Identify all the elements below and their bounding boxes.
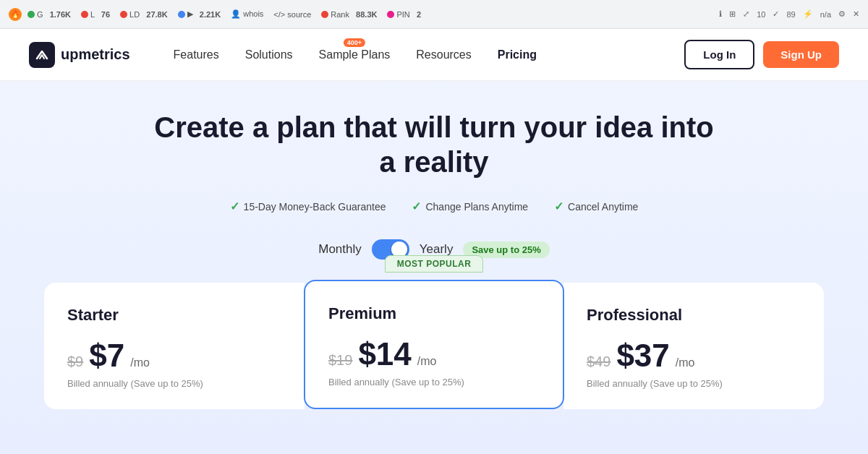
metric-rank: Rank 88.3K <box>321 10 377 19</box>
guarantee-cancel: ✓ Cancel Anytime <box>554 200 638 213</box>
metric-g: G 1.76K <box>27 10 71 19</box>
icon-count1: 10 <box>757 10 765 19</box>
sample-plans-label: Sample Plans <box>319 48 391 61</box>
metric-l: L 76 <box>81 10 110 19</box>
nav-actions: Log In Sign Up <box>684 40 839 69</box>
metric-source: </> source <box>273 10 311 19</box>
pricing-cards: Starter $9 $7 /mo Billed annually (Save … <box>22 283 846 409</box>
metric-ld: LD 27.8K <box>120 10 168 19</box>
guarantee-money-back: ✓ 15-Day Money-Back Guarantee <box>230 200 386 213</box>
check-icon-2: ✓ <box>412 200 421 213</box>
plan-card-premium: MOST POPULAR Premium $19 $14 /mo Billed … <box>304 280 564 409</box>
price-period-premium: /mo <box>417 355 437 368</box>
icon-share[interactable]: ⊞ <box>729 9 736 19</box>
guarantee-text-3: Cancel Anytime <box>568 201 638 213</box>
most-popular-badge: MOST POPULAR <box>305 255 563 273</box>
plan-name-starter: Starter <box>67 306 281 325</box>
price-row-premium: $19 $14 /mo <box>328 336 540 372</box>
nav-links: Features Solutions Sample Plans 400+ Res… <box>174 48 685 61</box>
main-content: Create a plan that will turn your idea i… <box>0 81 868 454</box>
icon-info[interactable]: ℹ <box>719 9 722 19</box>
plan-card-starter: Starter $9 $7 /mo Billed annually (Save … <box>44 283 305 409</box>
icon-na: n/a <box>820 10 831 19</box>
price-period-professional: /mo <box>676 356 695 369</box>
price-period-starter: /mo <box>130 356 150 369</box>
nav-sample-plans[interactable]: Sample Plans 400+ <box>319 48 391 61</box>
yearly-label: Yearly <box>420 242 454 257</box>
metric-whois: 👤 whois <box>231 9 263 19</box>
logo[interactable]: upmetrics <box>29 42 130 68</box>
price-current-professional: $37 <box>616 338 669 374</box>
icon-ext1[interactable]: ⤢ <box>743 9 749 19</box>
price-original-professional: $49 <box>587 354 610 370</box>
nav-resources[interactable]: Resources <box>416 48 471 61</box>
icon-count2: 89 <box>786 10 795 19</box>
billed-note-premium: Billed annually (Save up to 25%) <box>328 377 540 387</box>
signup-button[interactable]: Sign Up <box>763 41 839 68</box>
billed-note-professional: Billed annually (Save up to 25%) <box>587 378 801 389</box>
price-row-starter: $9 $7 /mo <box>67 338 281 374</box>
nav-features[interactable]: Features <box>174 48 219 61</box>
price-original-starter: $9 <box>67 354 83 370</box>
plan-card-professional: Professional $49 $37 /mo Billed annually… <box>563 283 824 409</box>
icon-settings[interactable]: ⚙ <box>838 9 846 19</box>
guarantee-text-1: 15-Day Money-Back Guarantee <box>244 201 386 213</box>
price-row-professional: $49 $37 /mo <box>587 338 801 374</box>
login-button[interactable]: Log In <box>684 40 754 69</box>
icon-wifi[interactable]: ⚡ <box>803 9 813 19</box>
metric-b: ▶ 2.21K <box>178 9 221 19</box>
icon-close[interactable]: ✕ <box>853 9 859 19</box>
guarantee-change-plans: ✓ Change Plans Anytime <box>412 200 528 213</box>
icon-check[interactable]: ✓ <box>773 9 779 19</box>
plan-name-premium: Premium <box>328 304 540 323</box>
most-popular-label: MOST POPULAR <box>385 255 484 273</box>
price-current-premium: $14 <box>358 336 411 372</box>
hero-title: Create a plan that will turn your idea i… <box>145 110 723 179</box>
logo-text: upmetrics <box>61 46 130 63</box>
check-icon-3: ✓ <box>554 200 563 213</box>
price-current-starter: $7 <box>89 338 124 374</box>
browser-metrics: G 1.76K L 76 LD 27.8K ▶ 2.21K 👤 whois </… <box>27 9 713 19</box>
billed-note-starter: Billed annually (Save up to 25%) <box>67 378 281 389</box>
monthly-label: Monthly <box>318 242 362 257</box>
navbar: upmetrics Features Solutions Sample Plan… <box>0 29 868 81</box>
guarantee-text-2: Change Plans Anytime <box>425 201 528 213</box>
metric-pin: PIN 2 <box>387 10 421 19</box>
browser-toolbar: 🔥 G 1.76K L 76 LD 27.8K ▶ 2.21K 👤 whois … <box>0 0 868 29</box>
nav-solutions[interactable]: Solutions <box>245 48 293 61</box>
browser-action-icons: ℹ ⊞ ⤢ 10 ✓ 89 ⚡ n/a ⚙ ✕ <box>719 9 859 19</box>
check-icon-1: ✓ <box>230 200 239 213</box>
favicon-icon: 🔥 <box>9 8 22 21</box>
sample-plans-badge: 400+ <box>344 38 365 47</box>
nav-pricing[interactable]: Pricing <box>498 48 537 61</box>
guarantees-bar: ✓ 15-Day Money-Back Guarantee ✓ Change P… <box>14 200 854 213</box>
price-original-premium: $19 <box>328 352 352 369</box>
plan-name-professional: Professional <box>587 306 801 325</box>
logo-icon <box>29 42 55 68</box>
